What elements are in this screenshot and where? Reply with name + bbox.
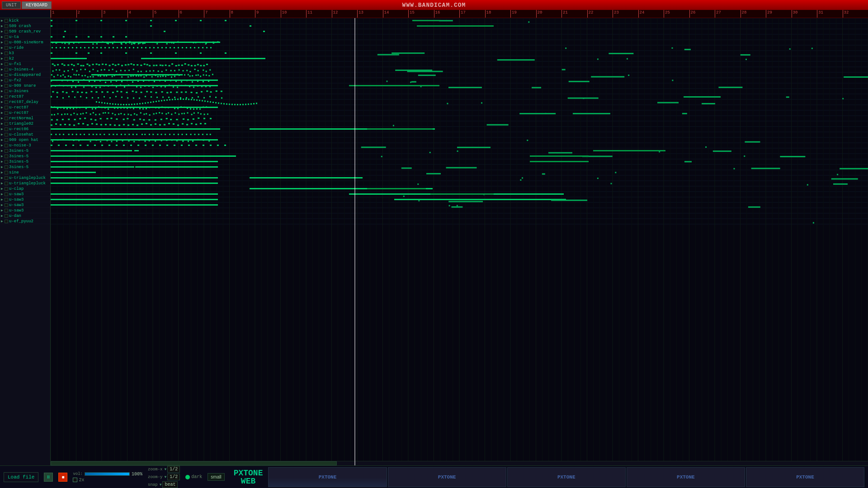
mute-button[interactable] — [5, 46, 8, 50]
mute-button[interactable] — [5, 73, 8, 77]
track-row[interactable]: ▶ k2 — [0, 56, 50, 61]
mute-button[interactable] — [5, 220, 8, 223]
track-row[interactable]: ▶ 3sines-5 — [0, 164, 50, 170]
track-row[interactable]: ▶ u-fx1 — [0, 61, 50, 67]
track-row[interactable]: ▶ u-trianglepluck — [0, 181, 50, 186]
track-row[interactable]: ▶ 509 crash_rev — [0, 29, 50, 34]
2x-checkbox[interactable]: 2x — [73, 478, 84, 483]
mute-button[interactable] — [5, 182, 8, 185]
small-button[interactable]: small — [208, 473, 224, 481]
track-row[interactable]: ▶ rectNormal — [0, 116, 50, 121]
track-name: 509 crash_rev — [9, 29, 41, 34]
mute-button[interactable] — [5, 24, 8, 28]
mute-button[interactable] — [5, 171, 8, 174]
mute-button[interactable] — [5, 100, 8, 104]
play-pause-button[interactable]: ⏸ — [44, 473, 53, 482]
note-canvas[interactable] — [51, 18, 868, 461]
tab-unit[interactable]: UNIT — [2, 1, 21, 9]
mute-button[interactable] — [5, 127, 8, 131]
track-row[interactable]: ▶ u-3sines-4 — [0, 67, 50, 72]
mute-button[interactable] — [5, 187, 8, 191]
mute-button[interactable] — [5, 138, 8, 142]
mute-button[interactable] — [5, 111, 8, 115]
mute-button[interactable] — [5, 79, 8, 82]
expand-icon: ▶ — [1, 67, 5, 71]
track-row[interactable]: ▶ u-closehat — [0, 132, 50, 137]
2x-label: 2x — [79, 478, 84, 483]
mute-button[interactable] — [5, 203, 8, 207]
track-row[interactable]: ▶ rect07 — [0, 94, 50, 99]
track-row[interactable]: ▶ u-rect07 — [0, 110, 50, 116]
2x-checkbox-box[interactable] — [73, 478, 77, 482]
track-row[interactable]: ▶ u-rect06 — [0, 127, 50, 132]
track-row[interactable]: ▶ u-noise-3 — [0, 143, 50, 148]
expand-icon: ▶ — [1, 160, 5, 164]
snap-dropdown[interactable]: ▼ beat — [160, 481, 178, 488]
track-row[interactable]: ▶ u-saw3 — [0, 192, 50, 197]
scrollbar-thumb[interactable] — [51, 461, 337, 465]
mute-button[interactable] — [5, 19, 8, 23]
mute-button[interactable] — [5, 176, 8, 180]
track-row[interactable]: ▶ 3sines-5 — [0, 154, 50, 159]
mute-button[interactable] — [5, 62, 8, 66]
stop-button[interactable]: ■ — [58, 473, 67, 482]
mute-button[interactable] — [5, 57, 8, 61]
mute-button[interactable] — [5, 133, 8, 136]
track-name: u-saw3 — [9, 197, 24, 202]
track-row[interactable]: ▶ u-clap — [0, 186, 50, 192]
track-row[interactable]: ▶ u-ta — [0, 34, 50, 40]
mute-button[interactable] — [5, 41, 8, 44]
horizontal-scrollbar[interactable] — [51, 461, 868, 465]
mute-button[interactable] — [5, 35, 8, 39]
tab-keyboard[interactable]: KEYBOARD — [22, 1, 52, 9]
pxtone-logo: PXTONE WEB — [234, 469, 263, 485]
mute-button[interactable] — [5, 198, 8, 202]
mute-button[interactable] — [5, 144, 8, 147]
mute-button[interactable] — [5, 84, 8, 88]
track-row[interactable]: ▶ u-ride — [0, 45, 50, 51]
dark-indicator[interactable]: dark — [185, 474, 202, 479]
track-row[interactable]: ▶ u-rect07 — [0, 105, 50, 110]
track-row[interactable]: ▶ u-dan — [0, 213, 50, 219]
mute-button[interactable] — [5, 149, 8, 153]
mute-button[interactable] — [5, 106, 8, 109]
load-file-button[interactable]: Load file — [4, 472, 38, 482]
track-row[interactable]: ▶ 509 crash — [0, 23, 50, 29]
track-row[interactable]: ▶ 3sines-5 — [0, 159, 50, 164]
volume-bar[interactable] — [85, 472, 130, 476]
track-row[interactable]: ▶ u-3sines — [0, 89, 50, 94]
track-row[interactable]: ▶ k3 — [0, 51, 50, 56]
mute-button[interactable] — [5, 117, 8, 120]
mute-button[interactable] — [5, 155, 8, 158]
mute-button[interactable] — [5, 165, 8, 169]
track-row[interactable]: ▶ u-saw3 — [0, 197, 50, 202]
mute-button[interactable] — [5, 122, 8, 126]
mute-button[interactable] — [5, 52, 8, 55]
track-row[interactable]: ▶ 3sines-5 — [0, 148, 50, 154]
track-row[interactable]: ▶ kick — [0, 18, 50, 23]
track-row[interactable]: ▶ u-fx2 — [0, 78, 50, 83]
track-row[interactable]: ▶ u-saw3 — [0, 208, 50, 213]
track-row[interactable]: ▶ sine — [0, 170, 50, 175]
zoom-x-dropdown[interactable]: ▼ 1/2 — [164, 466, 180, 473]
mute-button[interactable] — [5, 30, 8, 33]
track-row[interactable]: ▶ u-saw3 — [0, 202, 50, 208]
track-row[interactable]: ▶ 909 open hat — [0, 137, 50, 143]
track-row[interactable]: ▶ u-000-sineNorm — [0, 40, 50, 45]
mute-button[interactable] — [5, 89, 8, 93]
mute-button[interactable] — [5, 214, 8, 218]
track-row[interactable]: ▶ triangle02 — [0, 121, 50, 127]
track-row[interactable]: ▶ u-trianglepluck — [0, 175, 50, 181]
zoom-y-dropdown[interactable]: ▼ 1/2 — [164, 474, 180, 480]
mute-button[interactable] — [5, 95, 8, 99]
track-row[interactable]: ▶ rect07_delay — [0, 99, 50, 105]
mute-button[interactable] — [5, 68, 8, 71]
mute-button[interactable] — [5, 160, 8, 164]
track-row[interactable]: ▶ u-909 snare — [0, 83, 50, 89]
mute-button[interactable] — [5, 209, 8, 212]
track-row[interactable]: ▶ u-disappeared — [0, 72, 50, 78]
mute-button[interactable] — [5, 192, 8, 196]
track-row[interactable]: ▶ u-ef_pyuu2 — [0, 219, 50, 224]
sequencer[interactable] — [51, 18, 868, 465]
expand-icon: ▶ — [1, 62, 5, 66]
